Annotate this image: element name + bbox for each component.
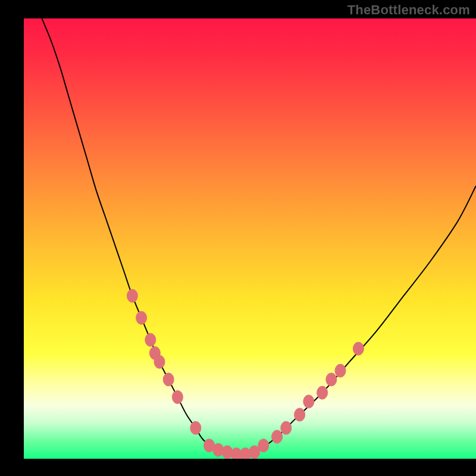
data-marker bbox=[317, 386, 328, 399]
data-marker bbox=[127, 289, 137, 302]
data-marker bbox=[258, 439, 269, 452]
data-marker bbox=[335, 364, 346, 377]
data-marker bbox=[272, 430, 283, 443]
data-marker bbox=[326, 373, 337, 386]
watermark-text: TheBottleneck.com bbox=[347, 2, 470, 18]
data-marker bbox=[190, 421, 201, 434]
data-marker bbox=[295, 408, 305, 421]
chart-frame: TheBottleneck.com bbox=[0, 0, 476, 476]
plot-area bbox=[24, 18, 476, 459]
data-marker bbox=[136, 311, 147, 324]
marker-group bbox=[127, 289, 364, 459]
data-marker bbox=[353, 342, 364, 355]
data-marker bbox=[145, 333, 156, 346]
data-marker bbox=[303, 395, 314, 408]
bottleneck-curve bbox=[42, 18, 476, 455]
data-marker bbox=[281, 421, 292, 434]
data-marker bbox=[154, 355, 165, 368]
data-marker bbox=[163, 373, 174, 386]
curve-overlay bbox=[24, 18, 476, 459]
data-marker bbox=[172, 390, 183, 403]
